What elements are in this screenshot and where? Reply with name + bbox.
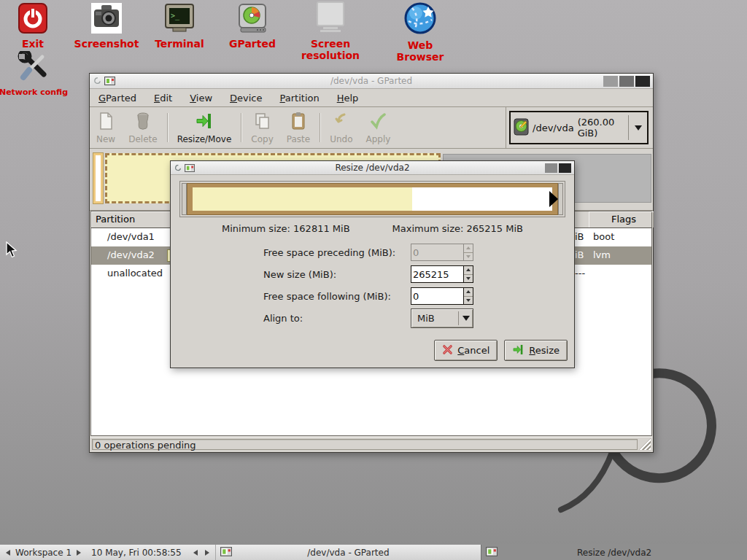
spin-down-button bbox=[464, 252, 473, 261]
column-header-partition[interactable]: Partition bbox=[91, 211, 171, 228]
menu-view[interactable]: View bbox=[190, 93, 212, 104]
desktop-icon-gparted[interactable]: GParted bbox=[217, 3, 287, 50]
menu-help[interactable]: Help bbox=[337, 93, 359, 104]
exit-power-icon bbox=[18, 3, 48, 36]
toolbar-apply-button[interactable]: Apply bbox=[360, 109, 398, 147]
spin-up-button[interactable] bbox=[464, 266, 473, 274]
taskbar: Workspace 1 10 May, Fri 00:58:55 /dev/vd… bbox=[0, 544, 747, 560]
toolbar-new-button[interactable]: New bbox=[90, 109, 122, 147]
align-to-dropdown[interactable]: MiB bbox=[411, 308, 473, 328]
apply-check-icon bbox=[368, 112, 387, 133]
new-size-spinner[interactable] bbox=[411, 265, 473, 283]
resize-slider[interactable] bbox=[179, 181, 565, 217]
field-align-to: Align to: MiB bbox=[263, 308, 473, 327]
gparted-app-icon bbox=[185, 161, 195, 175]
toolbar-resize-move-button[interactable]: Resize/Move bbox=[171, 109, 239, 147]
spin-down-button[interactable] bbox=[464, 274, 473, 283]
partition-block-vda1[interactable] bbox=[93, 153, 103, 203]
toolbar-undo-button[interactable]: Undo bbox=[323, 109, 359, 147]
svg-text:>_: >_ bbox=[171, 12, 180, 20]
debian-swirl-icon bbox=[174, 161, 182, 175]
gparted-app-icon bbox=[220, 547, 232, 559]
menubar: GParted Edit View Device Partition Help bbox=[90, 89, 653, 107]
left-resize-handle[interactable] bbox=[182, 183, 187, 215]
toolbar-delete-button[interactable]: Delete bbox=[122, 109, 163, 147]
device-selector-area: /dev/vda (260.00 GiB) bbox=[506, 107, 651, 148]
menu-device[interactable]: Device bbox=[230, 93, 262, 104]
gparted-drive-icon bbox=[237, 3, 268, 36]
partition-frame bbox=[187, 183, 558, 215]
column-header-flags[interactable]: Flags bbox=[589, 211, 654, 228]
taskbar-item-gparted[interactable]: /dev/vda - GParted bbox=[215, 545, 481, 560]
workspace-label[interactable]: Workspace 1 bbox=[15, 548, 71, 558]
resize-dialog: Resize /dev/vda2 Minimum size: 162811 Mi… bbox=[170, 160, 575, 368]
pending-operations-status: 0 operations pending bbox=[92, 439, 638, 450]
chevron-down-icon bbox=[459, 316, 473, 321]
resize-move-icon bbox=[195, 112, 214, 133]
menu-partition[interactable]: Partition bbox=[280, 93, 320, 104]
new-size-input[interactable] bbox=[411, 266, 463, 282]
field-free-space-preceding: Free space preceding (MiB): bbox=[263, 243, 473, 262]
workspace-prev-icon[interactable] bbox=[6, 550, 10, 556]
desktop-icon-web-browser[interactable]: Web Browser bbox=[385, 1, 455, 63]
cancel-x-icon bbox=[442, 344, 453, 357]
desktop-icon-label: Terminal bbox=[144, 38, 214, 50]
maximize-button[interactable] bbox=[545, 163, 557, 173]
gparted-app-icon bbox=[104, 74, 115, 88]
right-resize-handle[interactable] bbox=[558, 183, 563, 215]
desktop-icon-network-config[interactable]: Network config bbox=[0, 51, 69, 97]
maximize-button[interactable] bbox=[619, 76, 634, 87]
globe-icon bbox=[403, 1, 437, 38]
spin-down-button[interactable] bbox=[464, 296, 473, 305]
free-space-following-input[interactable] bbox=[411, 288, 463, 304]
toolbar-separator bbox=[241, 113, 241, 142]
minimum-size-label: Minimum size: 162811 MiB bbox=[222, 223, 350, 234]
close-button[interactable] bbox=[559, 163, 571, 173]
cancel-button[interactable]: Cancel bbox=[434, 340, 498, 361]
toolbar-separator bbox=[320, 113, 320, 142]
new-partition-icon bbox=[97, 112, 115, 133]
chevron-down-icon bbox=[635, 125, 642, 131]
desktop-icon-terminal[interactable]: >_ Terminal bbox=[144, 3, 214, 50]
mouse-cursor bbox=[5, 241, 20, 259]
task-next-icon[interactable] bbox=[205, 550, 209, 556]
tools-icon bbox=[18, 51, 50, 86]
workspace-next-icon[interactable] bbox=[77, 550, 81, 556]
desktop-icon-exit[interactable]: Exit bbox=[0, 3, 68, 50]
desktop-icon-label: Network config bbox=[0, 88, 69, 97]
align-to-value: MiB bbox=[411, 313, 458, 324]
desktop-icon-screenshot[interactable]: Screenshot bbox=[71, 3, 142, 50]
gparted-titlebar[interactable]: /dev/vda - GParted bbox=[90, 74, 653, 89]
desktop-icon-screen-resolution[interactable]: Screen resolution bbox=[295, 1, 365, 61]
resize-grip[interactable] bbox=[639, 438, 651, 450]
device-selector[interactable]: /dev/vda (260.00 GiB) bbox=[509, 111, 649, 144]
statusbar: 0 operations pending bbox=[90, 437, 652, 451]
resize-button[interactable]: Resize bbox=[504, 340, 568, 361]
menu-edit[interactable]: Edit bbox=[154, 93, 172, 104]
taskbar-item-resize-dialog[interactable]: Resize /dev/vda2 bbox=[481, 545, 747, 560]
dialog-buttons: Cancel Resize bbox=[434, 340, 568, 361]
field-free-space-following: Free space following (MiB): bbox=[263, 287, 473, 306]
toolbar-paste-button[interactable]: Paste bbox=[280, 109, 317, 147]
free-space-preceding-spinner bbox=[411, 244, 473, 261]
spin-up-button bbox=[464, 244, 473, 252]
minimize-button[interactable] bbox=[603, 76, 618, 87]
field-new-size: New size (MiB): bbox=[263, 265, 473, 284]
spin-up-button[interactable] bbox=[464, 288, 473, 296]
delete-trash-icon bbox=[134, 112, 152, 133]
debian-swirl-icon bbox=[93, 74, 102, 88]
drag-arrow-icon[interactable] bbox=[549, 191, 558, 207]
free-space-preceding-input bbox=[411, 244, 463, 260]
close-button[interactable] bbox=[635, 76, 650, 87]
free-space-following-spinner[interactable] bbox=[411, 287, 473, 305]
partition-free-space bbox=[193, 187, 552, 211]
toolbar-copy-button[interactable]: Copy bbox=[244, 109, 279, 147]
toolbar-separator bbox=[167, 113, 168, 142]
undo-icon bbox=[333, 112, 350, 133]
dialog-title: Resize /dev/vda2 bbox=[171, 163, 574, 173]
menu-gparted[interactable]: GParted bbox=[98, 93, 136, 104]
window-title: /dev/vda - GParted bbox=[90, 76, 653, 86]
task-prev-icon[interactable] bbox=[193, 550, 198, 556]
toolbar: New Delete Resize/Move Copy Paste bbox=[90, 107, 653, 149]
dialog-titlebar[interactable]: Resize /dev/vda2 bbox=[171, 161, 574, 175]
